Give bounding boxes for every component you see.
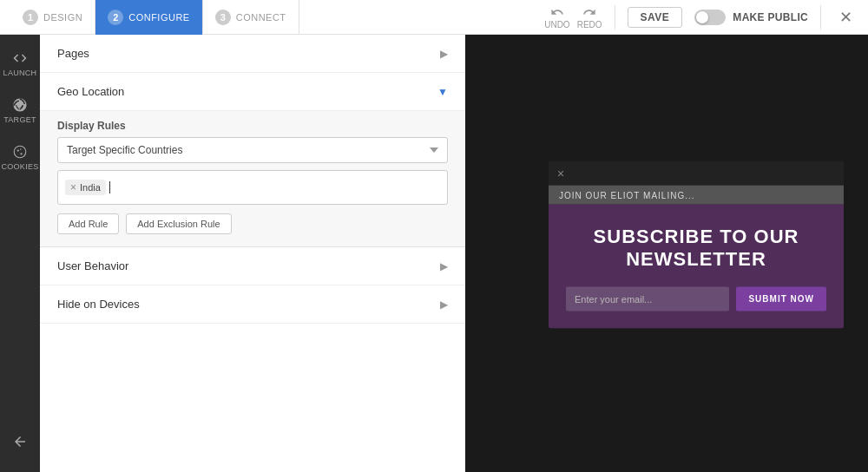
geo-location-chevron-down: ▼ [437, 86, 448, 98]
nav-cookies-label: COOKIES [1, 162, 38, 171]
rule-buttons-group: Add Rule Add Exclusion Rule [57, 213, 448, 234]
hide-on-devices-title: Hide on Devices [57, 298, 140, 311]
main-layout: LAUNCH TARGET COOKIES Pages ▶ Geo Locati… [0, 35, 868, 472]
configure-panel: Pages ▶ Geo Location ▼ Display Rules Tar… [40, 35, 465, 472]
redo-label: REDO [577, 20, 602, 30]
close-button[interactable]: ✕ [833, 5, 858, 30]
modal-form-row: SUBMIT NOW [566, 286, 826, 311]
nav-target[interactable]: TARGET [0, 88, 40, 132]
india-tag-label: India [80, 182, 101, 193]
make-public-label: MAKE PUBLIC [733, 11, 808, 23]
geo-location-expanded: Display Rules Target Specific Countries … [40, 111, 465, 247]
cookie-icon [12, 144, 28, 160]
modal-body: SUBSCRIBE TO OUR NEWSLETTER SUBMIT NOW [549, 205, 844, 329]
step-configure[interactable]: 2 CONFIGURE [95, 0, 203, 35]
tags-cursor [109, 181, 110, 193]
target-icon [12, 97, 28, 113]
modal-email-input[interactable] [566, 286, 729, 311]
make-public-toggle-group: MAKE PUBLIC [694, 10, 808, 25]
step-number-1: 1 [23, 10, 38, 25]
redo-icon [582, 5, 596, 19]
country-tags-input[interactable]: × India [57, 170, 448, 205]
add-exclusion-button[interactable]: Add Exclusion Rule [126, 213, 231, 234]
hide-on-devices-chevron: ▶ [440, 298, 448, 311]
svg-point-3 [20, 148, 22, 150]
modal-heading-line1: SUBSCRIBE TO OUR [594, 226, 799, 247]
nav-launch-label: LAUNCH [3, 69, 37, 77]
pages-chevron: ▶ [440, 48, 448, 60]
nav-launch[interactable]: LAUNCH [0, 42, 40, 85]
section-geo-location[interactable]: Geo Location ▼ [40, 73, 465, 111]
modal-title-bar: JOIN OUR ELIOT MAILING... [549, 186, 844, 205]
step-design[interactable]: 1 DESIGN [10, 0, 95, 35]
country-target-select[interactable]: Target Specific Countries Block Specific… [57, 137, 448, 163]
undo-redo-group: UNDO REDO [544, 5, 602, 30]
save-button[interactable]: SAVE [628, 7, 683, 28]
top-bar: 1 DESIGN 2 CONFIGURE 3 CONNECT UNDO REDO… [0, 0, 868, 35]
steps-container: 1 DESIGN 2 CONFIGURE 3 CONNECT [10, 0, 544, 35]
modal-topbar: × [549, 161, 844, 186]
code-icon [12, 50, 28, 66]
section-hide-on-devices[interactable]: Hide on Devices ▶ [40, 285, 465, 324]
nav-back[interactable] [0, 420, 40, 463]
modal-submit-button[interactable]: SUBMIT NOW [736, 286, 826, 311]
user-behavior-title: User Behavior [57, 259, 128, 272]
display-rules-header: Display Rules [40, 111, 465, 137]
modal-heading-line2: NEWSLETTER [626, 248, 766, 270]
step-label-configure: CONFIGURE [128, 12, 190, 23]
add-rule-button[interactable]: Add Rule [57, 213, 119, 234]
step-label-connect: CONNECT [236, 12, 286, 23]
pages-title: Pages [57, 47, 89, 60]
preview-area: × JOIN OUR ELIOT MAILING... SUBSCRIBE TO… [465, 35, 868, 472]
user-behavior-chevron: ▶ [440, 260, 448, 272]
step-number-3: 3 [215, 10, 231, 25]
step-connect[interactable]: 3 CONNECT [203, 0, 299, 35]
top-bar-actions: UNDO REDO SAVE MAKE PUBLIC ✕ [544, 5, 858, 30]
redo-button[interactable]: REDO [577, 5, 602, 30]
nav-cookies[interactable]: COOKIES [0, 135, 40, 179]
modal-wrapper: × JOIN OUR ELIOT MAILING... SUBSCRIBE TO… [549, 161, 844, 346]
left-nav: LAUNCH TARGET COOKIES [0, 35, 40, 472]
display-rules-content: Target Specific Countries Block Specific… [40, 137, 465, 246]
section-pages[interactable]: Pages ▶ [40, 35, 465, 73]
divider-1 [615, 5, 615, 30]
undo-label: UNDO [544, 20, 569, 30]
nav-target-label: TARGET [3, 115, 36, 124]
svg-point-2 [20, 153, 22, 154]
modal-heading: SUBSCRIBE TO OUR NEWSLETTER [566, 226, 826, 272]
step-number-2: 2 [108, 10, 123, 25]
svg-point-0 [14, 146, 26, 158]
svg-point-1 [17, 149, 19, 151]
step-label-design: DESIGN [43, 12, 82, 23]
modal-footer [549, 328, 844, 345]
undo-button[interactable]: UNDO [544, 5, 569, 30]
arrow-left-icon [12, 434, 28, 449]
section-user-behavior[interactable]: User Behavior ▶ [40, 247, 465, 285]
modal-title-text: JOIN OUR ELIOT MAILING... [559, 190, 695, 200]
modal-close-icon[interactable]: × [557, 167, 571, 180]
india-tag[interactable]: × India [65, 180, 106, 195]
toggle-knob [696, 11, 708, 23]
make-public-toggle[interactable] [694, 10, 726, 25]
geo-location-title: Geo Location [57, 85, 124, 98]
divider-2 [820, 5, 821, 30]
undo-icon [550, 5, 564, 19]
india-tag-close[interactable]: × [70, 181, 76, 193]
